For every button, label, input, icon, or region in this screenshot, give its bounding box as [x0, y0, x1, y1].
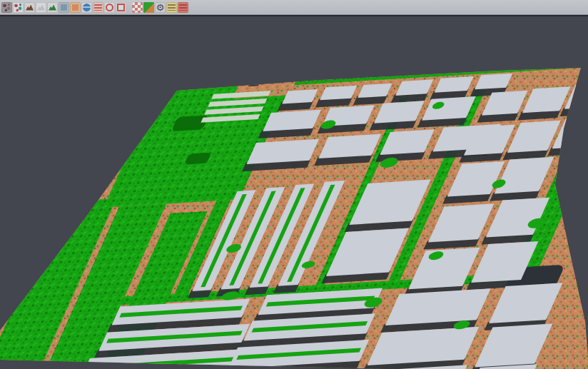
building-roof	[263, 110, 321, 131]
toolbar-marker-icon[interactable]	[178, 2, 188, 13]
building-roof	[247, 139, 320, 164]
viewport-3d[interactable]	[0, 0, 588, 369]
toolbar-dense-cloud-icon[interactable]	[24, 2, 35, 13]
toolbar-globe-icon[interactable]	[81, 2, 92, 13]
building-roof	[385, 288, 491, 325]
toolbar-notes-icon[interactable]	[166, 2, 177, 13]
application-window: { "window": { "background": "#43464e" },…	[0, 0, 588, 369]
toolbar-terrain-model-icon[interactable]	[47, 2, 58, 13]
main-toolbar	[0, 0, 588, 15]
building-roof	[368, 327, 480, 365]
toolbar-point-cloud-icon[interactable]	[1, 2, 12, 13]
toolbar-align-photos-icon[interactable]	[13, 2, 24, 13]
toolbar-region-circle-icon[interactable]	[104, 2, 115, 13]
toolbar-settings-gear-icon[interactable]	[155, 2, 166, 13]
toolbar-mesh-icon[interactable]	[36, 2, 46, 13]
classified-point-cloud-scene	[0, 0, 588, 369]
toolbar-report-icon[interactable]	[93, 2, 103, 13]
toolbar-checker-overlay-icon[interactable]	[132, 2, 143, 13]
toolbar-texture-panel-icon[interactable]	[59, 2, 69, 13]
toolbar-resize-region-icon[interactable]	[116, 2, 126, 13]
toolbar-orthomosaic-tile-icon[interactable]	[70, 2, 81, 13]
toolbar-classification-palette-icon[interactable]	[143, 2, 154, 13]
